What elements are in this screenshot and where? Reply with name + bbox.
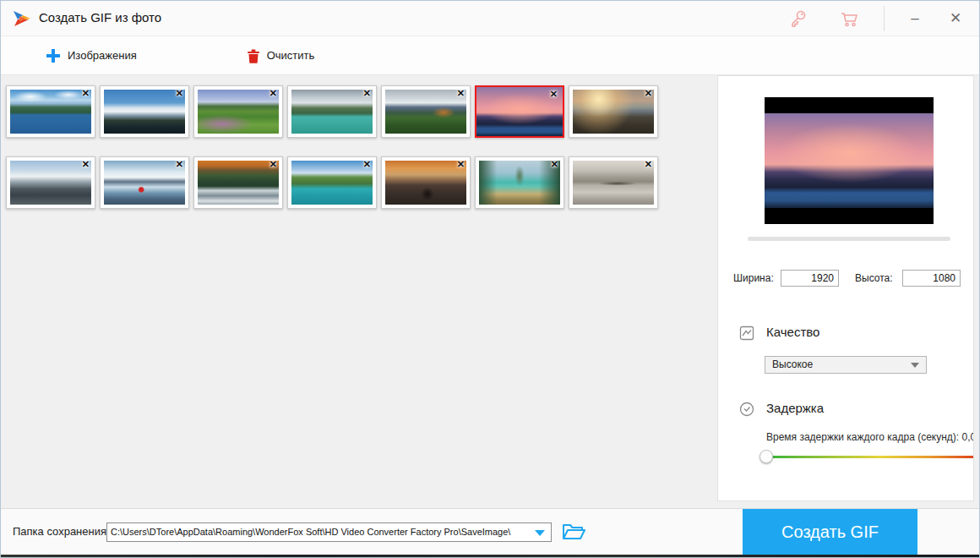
photo-thumbnail-tropical-bay-rock[interactable]: ✕ <box>475 156 564 209</box>
trash-icon <box>247 48 260 63</box>
delay-slider-track[interactable] <box>766 456 974 458</box>
photo-thumbnail-green-field-mountains[interactable]: ✕ <box>381 85 471 138</box>
photo-thumbnail-alpine-turquoise-lake[interactable]: ✕ <box>287 156 377 209</box>
save-path-combobox[interactable]: C:\Users\DTore\AppData\Roaming\WonderFox… <box>106 522 552 542</box>
photo-thumbnail-lake-mountains-clouds[interactable]: ✕ <box>6 85 95 138</box>
plus-icon <box>46 48 61 63</box>
remove-photo-icon[interactable]: ✕ <box>551 160 558 169</box>
remove-photo-icon[interactable]: ✕ <box>457 89 465 98</box>
photo-thumbnail-image <box>385 90 466 134</box>
quality-dropdown[interactable]: Высокое <box>765 356 927 374</box>
dropdown-arrow-icon <box>535 530 545 536</box>
delay-caption: Время задержки каждого кадра (секунд): 0… <box>766 431 974 443</box>
photo-thumbnail-image <box>198 90 279 134</box>
photo-thumbnail-image <box>291 90 373 134</box>
photo-thumbnail-image <box>10 90 91 134</box>
register-key-icon[interactable] <box>788 8 808 29</box>
remove-photo-icon[interactable]: ✕ <box>457 160 465 169</box>
quality-icon <box>739 326 754 341</box>
delay-label: Задержка <box>766 401 824 415</box>
app-logo-icon <box>12 8 32 29</box>
delay-slider-thumb[interactable] <box>760 450 773 463</box>
remove-photo-icon[interactable]: ✕ <box>363 89 371 98</box>
preview-frame <box>765 97 934 224</box>
photo-thumbnail-winter-snowy-mountains[interactable]: ✕ <box>6 156 95 209</box>
remove-photo-icon[interactable]: ✕ <box>645 160 652 169</box>
quality-value: Высокое <box>772 358 813 370</box>
photo-thumbnail-pink-sunset-mountains[interactable]: ✕ <box>475 85 564 138</box>
chevron-down-icon <box>911 363 919 368</box>
photo-thumbnail-flower-meadow[interactable]: ✕ <box>193 85 283 138</box>
footer-bar: Папка сохранения: C:\Users\DTore\AppData… <box>1 508 979 555</box>
remove-photo-icon[interactable]: ✕ <box>82 89 90 98</box>
photo-thumbnail-image <box>104 161 185 205</box>
photo-thumbnail-image <box>385 161 466 205</box>
remove-photo-icon[interactable]: ✕ <box>82 160 90 169</box>
photo-thumbnail-snowy-peak-forest[interactable]: ✕ <box>100 85 189 138</box>
add-images-label: Изображения <box>68 49 137 62</box>
clear-label: Очистить <box>267 49 315 62</box>
photo-thumbnail-image <box>198 161 279 205</box>
quality-label: Качество <box>766 325 819 339</box>
title-bar: Создать GIF из фото – ✕ <box>1 1 979 36</box>
app-window: Создать GIF из фото – ✕ Изображения Оч <box>0 0 980 558</box>
close-button[interactable]: ✕ <box>937 1 974 36</box>
remove-photo-icon[interactable]: ✕ <box>176 89 183 98</box>
toolbar: Изображения Очистить <box>1 36 979 75</box>
remove-photo-icon[interactable]: ✕ <box>176 160 183 169</box>
titlebar-divider <box>884 6 885 31</box>
preview-image <box>765 113 934 208</box>
photo-thumbnail-image <box>573 90 654 134</box>
height-label: Высота: <box>855 272 893 284</box>
photo-thumbnail-image <box>10 161 91 205</box>
photo-thumbnail-coastal-sunset-cliffs[interactable]: ✕ <box>569 85 658 138</box>
remove-photo-icon[interactable]: ✕ <box>270 160 277 169</box>
create-gif-button[interactable]: Создать GIF <box>743 509 917 555</box>
photo-thumbnail-image <box>291 161 373 205</box>
open-folder-icon[interactable] <box>562 521 585 541</box>
window-title: Создать GIF из фото <box>39 10 161 25</box>
width-label: Ширина: <box>733 272 774 284</box>
height-input[interactable] <box>902 270 961 287</box>
photo-thumbnail-sunset-plain-church[interactable]: ✕ <box>381 156 471 209</box>
remove-photo-icon[interactable]: ✕ <box>550 90 558 99</box>
remove-photo-icon[interactable]: ✕ <box>645 89 652 98</box>
delay-icon <box>739 402 754 417</box>
remove-photo-icon[interactable]: ✕ <box>363 160 371 169</box>
save-folder-label: Папка сохранения: <box>13 525 110 538</box>
width-input[interactable] <box>781 270 839 287</box>
preview-scrollbar[interactable] <box>748 237 950 241</box>
photo-thumbnail-orange-ridge-stream[interactable]: ✕ <box>193 156 283 209</box>
photo-thumbnail-image <box>104 90 185 134</box>
remove-photo-icon[interactable]: ✕ <box>270 89 277 98</box>
desktop-background-strip <box>1 555 979 558</box>
thumbnail-grid: ✕ ✕ ✕ ✕ ✕ ✕ ✕ ✕ <box>6 85 668 209</box>
minimize-button[interactable]: – <box>896 1 934 36</box>
gallery-area: ✕ ✕ ✕ ✕ ✕ ✕ ✕ ✕ <box>1 75 717 508</box>
photo-thumbnail-glacier-lake-helicopter[interactable]: ✕ <box>100 156 189 209</box>
photo-thumbnail-image <box>479 161 560 205</box>
save-path-value: C:\Users\DTore\AppData\Roaming\WonderFox… <box>111 527 520 537</box>
settings-panel: Ширина: Высота: Качество Высокое Задержк… <box>717 75 974 501</box>
photo-thumbnail-image <box>573 161 654 205</box>
photo-thumbnail-turquoise-lake-clouds[interactable]: ✕ <box>287 85 377 138</box>
photo-thumbnail-desert-mountains-reflection[interactable]: ✕ <box>569 156 658 209</box>
clear-button[interactable]: Очистить <box>238 36 324 74</box>
add-images-button[interactable]: Изображения <box>37 36 145 74</box>
shopping-cart-icon[interactable] <box>839 8 859 29</box>
